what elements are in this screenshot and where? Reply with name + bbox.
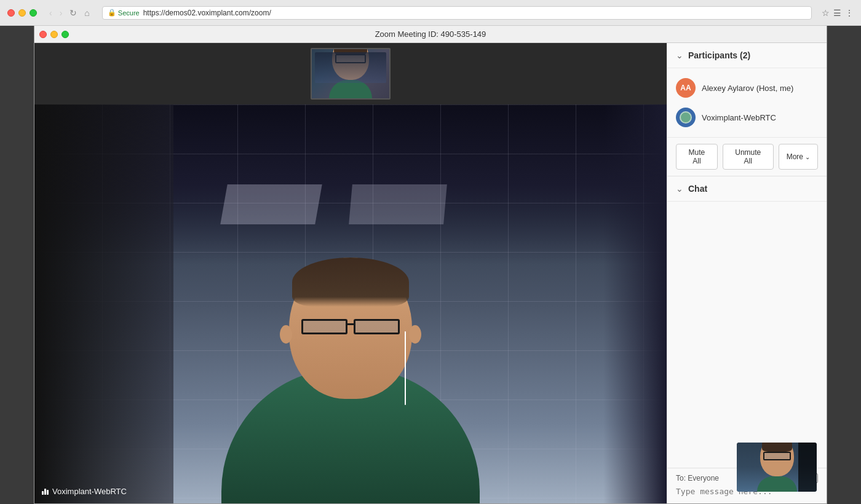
- person-head: [289, 258, 412, 399]
- address-bar[interactable]: 🔒 Secure https://demos02.voximplant.com/…: [102, 6, 812, 20]
- chat-chevron-icon[interactable]: ⌄: [676, 184, 683, 194]
- audio-level-icon: [42, 489, 49, 495]
- main-video-background: Voximplant-WebRTC: [34, 104, 667, 503]
- audio-bar-1: [42, 491, 44, 495]
- bookmarks-button[interactable]: ☆: [822, 8, 830, 18]
- more-label: More: [787, 152, 803, 161]
- participant-video-name: Voximplant-WebRTC: [52, 487, 127, 496]
- earphone-wire: [405, 331, 406, 405]
- participants-chevron-icon[interactable]: ⌄: [676, 50, 683, 60]
- secure-badge: 🔒 Secure: [108, 9, 140, 17]
- person-ear-right: [409, 325, 421, 344]
- window-title: Zoom Meeting ID: 490-535-149: [375, 30, 486, 39]
- window-fullscreen-button[interactable]: [62, 31, 69, 38]
- participants-header: ⌄ Participants (2): [667, 43, 827, 68]
- sidebar: ⌄ Participants (2) AA Alexey Aylarov (Ho…: [667, 43, 827, 503]
- participants-title: Participants (2): [688, 50, 750, 60]
- person-main: [203, 104, 498, 503]
- person-hair: [292, 258, 409, 307]
- participants-section: ⌄ Participants (2) AA Alexey Aylarov (Ho…: [667, 43, 827, 176]
- browser-close-button[interactable]: [7, 9, 15, 17]
- glasses-right-frame: [354, 319, 400, 334]
- title-bar: Zoom Meeting ID: 490-535-149: [34, 26, 827, 43]
- thumbnail-self[interactable]: [311, 48, 391, 100]
- chat-header: ⌄ Chat: [667, 176, 827, 202]
- browser-back-button[interactable]: ‹: [47, 7, 55, 19]
- secure-label: Secure: [118, 9, 140, 17]
- person-ear-left: [280, 325, 292, 344]
- bottom-thumb-video: [737, 443, 817, 492]
- browser-nav-buttons: ‹ › ↻ ⌂: [47, 7, 92, 19]
- glasses-left-frame: [301, 319, 347, 334]
- chat-title: Chat: [688, 184, 707, 194]
- participant-item: Voximplant-WebRTC: [667, 103, 827, 132]
- content-area: Voximplant-WebRTC ⌄ Participants (2) AA: [34, 43, 827, 503]
- video-area: Voximplant-WebRTC: [34, 43, 667, 503]
- video-name-label: Voximplant-WebRTC: [42, 487, 127, 496]
- vw-icon-inner: [680, 111, 692, 124]
- lock-icon: 🔒: [108, 9, 116, 17]
- browser-chrome: ‹ › ↻ ⌂ 🔒 Secure https://demos02.voximpl…: [0, 0, 861, 26]
- side-area-left: [0, 26, 34, 504]
- participant-initials: AA: [680, 84, 691, 92]
- participant-name-voximplant: Voximplant-WebRTC: [702, 113, 776, 122]
- browser-traffic-lights: [7, 9, 37, 17]
- audio-bar-2: [44, 489, 46, 495]
- window-controls: [39, 31, 69, 38]
- more-chevron-icon: ⌄: [805, 154, 810, 160]
- thumbnail-video: [312, 49, 389, 98]
- chat-to-label: To: Everyone: [676, 474, 719, 482]
- participant-controls: Mute All Unmute All More ⌄: [667, 137, 827, 176]
- side-area-right: [827, 26, 861, 504]
- url-text: https://demos02.voximplant.com/zoom/: [143, 9, 271, 17]
- person-body: [221, 368, 480, 503]
- audio-bar-3: [47, 490, 49, 495]
- glasses-bridge: [346, 323, 355, 325]
- main-window: Zoom Meeting ID: 490-535-149: [34, 26, 827, 504]
- participant-name-alexey: Alexey Aylarov (Host, me): [702, 84, 793, 93]
- window-close-button[interactable]: [39, 31, 47, 38]
- bottom-right-thumbnail[interactable]: [737, 443, 817, 492]
- browser-home-button[interactable]: ⌂: [82, 7, 92, 19]
- browser-forward-button[interactable]: ›: [57, 7, 65, 19]
- participant-avatar-vw: [676, 108, 696, 127]
- participant-item: AA Alexey Aylarov (Host, me): [667, 73, 827, 103]
- menu-button[interactable]: ⋮: [845, 8, 854, 18]
- browser-minimize-button[interactable]: [18, 9, 26, 17]
- participant-list: AA Alexey Aylarov (Host, me) Voximplant-…: [667, 68, 827, 137]
- more-button[interactable]: More ⌄: [779, 144, 818, 170]
- window-minimize-button[interactable]: [50, 31, 58, 38]
- unmute-all-button[interactable]: Unmute All: [723, 144, 774, 170]
- chat-messages: [667, 202, 827, 468]
- person-glasses: [301, 316, 400, 341]
- thumbnail-strip: [34, 43, 667, 104]
- mute-all-button[interactable]: Mute All: [676, 144, 718, 170]
- extensions-button[interactable]: ☰: [833, 8, 841, 18]
- browser-actions: ☆ ☰ ⋮: [822, 8, 854, 18]
- browser-refresh-button[interactable]: ↻: [67, 7, 79, 19]
- browser-maximize-button[interactable]: [30, 9, 37, 17]
- participant-avatar-aa: AA: [676, 78, 696, 98]
- main-video: Voximplant-WebRTC: [34, 104, 667, 503]
